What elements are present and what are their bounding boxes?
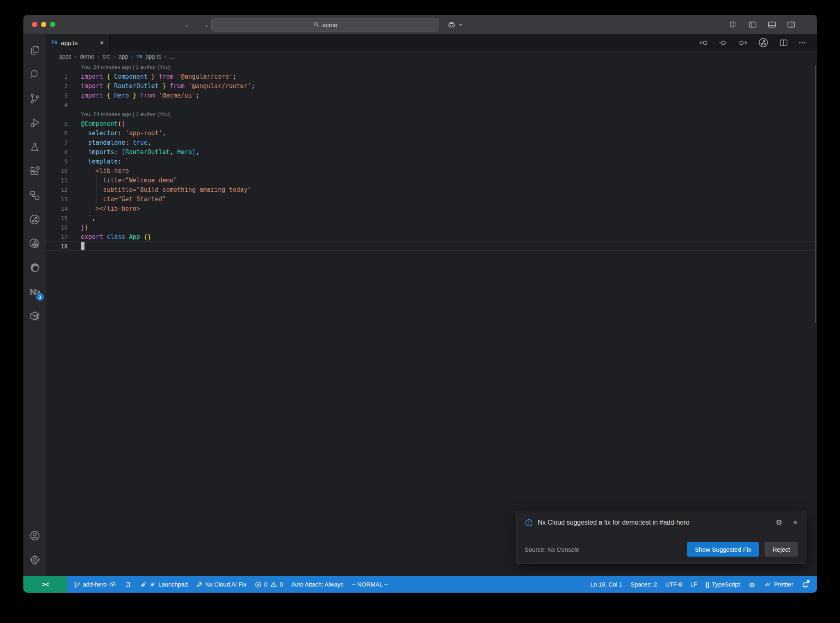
code-row[interactable]: 5@Component({	[46, 119, 817, 128]
nx-run-icon[interactable]	[758, 37, 769, 48]
customize-layout-icon[interactable]	[729, 20, 738, 29]
code-row[interactable]: 8 imports: [RouterOutlet, Hero],	[46, 147, 817, 157]
hierarchy-icon[interactable]	[25, 185, 45, 205]
blame-row[interactable]: You, 24 minutes ago | 1 author (You)	[46, 109, 817, 119]
source-control-icon[interactable]	[25, 89, 45, 108]
search-icon[interactable]	[25, 64, 45, 84]
title-bar: ← → acme	[23, 15, 817, 34]
nx-icon[interactable]: N> 3	[25, 282, 45, 302]
notifications-item[interactable]	[797, 581, 813, 588]
edge-icon[interactable]	[25, 258, 45, 277]
settings-icon[interactable]	[25, 550, 45, 570]
breadcrumb-item[interactable]: src	[103, 53, 110, 60]
remote-indicator[interactable]: ><	[23, 576, 67, 593]
encoding-item[interactable]: UTF-8	[661, 581, 686, 588]
code-row[interactable]: 1import { Component } from '@angular/cor…	[46, 72, 817, 81]
code-row[interactable]: 14 ></lib-hero>	[46, 204, 817, 213]
indent-guide	[89, 166, 89, 175]
account-icon[interactable]	[25, 526, 45, 546]
indent-guide	[82, 194, 82, 204]
cursor-position-item[interactable]: Ln 18, Col 1	[586, 581, 626, 588]
code-row[interactable]: 11 title="Welcmoe demo"	[46, 175, 817, 185]
scrollbar[interactable]	[815, 66, 816, 323]
code-row[interactable]: 6 selector: 'app-root',	[46, 128, 817, 138]
forward-button[interactable]: →	[201, 20, 209, 29]
close-tab-icon[interactable]: ✕	[100, 40, 104, 46]
vscode-window: ← → acme	[23, 15, 817, 593]
eol-item[interactable]: LF	[686, 581, 701, 588]
testing-icon[interactable]	[25, 137, 45, 157]
code-row[interactable]: 17export class App {}	[46, 232, 817, 241]
problems-item[interactable]: 0 0	[251, 581, 287, 588]
commit-icon[interactable]	[719, 38, 728, 48]
indent-guide	[96, 194, 97, 204]
explorer-icon[interactable]	[25, 40, 45, 60]
code-row[interactable]: 15 `,	[46, 213, 817, 223]
language-mode-item[interactable]: {} TypeScript	[701, 581, 744, 588]
split-editor-icon[interactable]	[779, 38, 788, 48]
container-icon[interactable]	[25, 306, 45, 326]
toggle-panel-icon[interactable]	[767, 20, 776, 29]
code-row[interactable]: 7 standalone: true,	[46, 138, 817, 147]
error-icon	[255, 581, 262, 588]
back-button[interactable]: ←	[184, 20, 192, 29]
activity-bar: N> 3	[23, 34, 46, 576]
plug-icon	[149, 581, 156, 588]
tab-app-ts[interactable]: TS app.ts ✕	[46, 34, 110, 51]
toggle-sidebar-left-icon[interactable]	[748, 20, 757, 29]
vim-mode-item[interactable]: -- NORMAL --	[347, 581, 392, 588]
nx-graph-icon[interactable]	[25, 209, 45, 229]
close-window-button[interactable]	[32, 22, 37, 27]
code-row[interactable]: 12 subtitle="Build something amazing tod…	[46, 185, 817, 194]
prettier-item[interactable]: ✓✓ Prettier	[760, 581, 797, 588]
extensions-icon[interactable]	[25, 161, 45, 181]
line-number: 10	[46, 168, 68, 174]
reject-button[interactable]: Reject	[765, 542, 798, 557]
breadcrumb-tail[interactable]: …	[169, 53, 175, 60]
copilot-menu[interactable]	[447, 20, 463, 30]
code-editor[interactable]: You, 24 minutes ago | 1 author (You)1imp…	[46, 62, 817, 576]
code-row[interactable]: 18	[46, 241, 817, 251]
code-line: import { RouterOutlet } from '@angular/r…	[81, 82, 255, 90]
code-line: cta="Get Started"	[81, 196, 166, 203]
git-compare-item[interactable]	[121, 581, 136, 588]
git-branch-item[interactable]: add-hero	[69, 581, 121, 588]
breadcrumb-item[interactable]: demo	[80, 53, 94, 60]
code-row[interactable]: 4	[46, 100, 817, 109]
code-row[interactable]: 2import { RouterOutlet } from '@angular/…	[46, 81, 817, 91]
prev-change-icon[interactable]	[699, 38, 708, 48]
command-center-search[interactable]: acme	[211, 18, 439, 32]
breadcrumb-file[interactable]: app.ts	[146, 53, 161, 60]
tab-bar: TS app.ts ✕	[46, 34, 817, 51]
maximize-window-button[interactable]	[50, 22, 55, 27]
code-row[interactable]: 16})	[46, 223, 817, 232]
run-debug-icon[interactable]	[25, 113, 45, 132]
blame-row[interactable]: You, 24 minutes ago | 1 author (You)	[46, 62, 817, 72]
indentation-item[interactable]: Spaces: 2	[626, 581, 661, 588]
code-line: import { Component } from '@angular/core…	[81, 73, 236, 80]
more-actions-icon[interactable]: ⋯	[799, 38, 806, 47]
code-row[interactable]: 3import { Hero } from '@acme/ui';	[46, 91, 817, 100]
breadcrumb-item[interactable]: apps	[59, 53, 71, 60]
next-change-icon[interactable]	[738, 38, 748, 48]
notification-toast: Nx Cloud suggested a fix for demo:test i…	[516, 511, 806, 564]
copilot-status-item[interactable]	[744, 581, 760, 589]
code-row[interactable]: 10 <lib-hero	[46, 166, 817, 175]
launchpad-item[interactable]: Launchpad	[136, 581, 192, 588]
code-row[interactable]: 13 cta="Get Started"	[46, 194, 817, 204]
auto-attach-item[interactable]: Auto Attach: Always	[287, 581, 347, 588]
minimize-window-button[interactable]	[41, 22, 46, 27]
nx-graph-search-icon[interactable]	[25, 234, 45, 253]
warning-icon	[270, 581, 277, 588]
notification-title: Nx Cloud suggested a fix for demo:test i…	[538, 519, 771, 526]
code-row[interactable]: 9 template: `	[46, 157, 817, 166]
notification-settings-icon[interactable]: ⚙	[776, 518, 782, 527]
show-suggested-fix-button[interactable]: Show Suggested Fix	[687, 542, 759, 557]
nx-cloud-fix-item[interactable]: Nx Cloud AI Fix	[192, 581, 251, 588]
tab-label: app.ts	[61, 39, 78, 46]
toggle-sidebar-right-icon[interactable]	[787, 20, 796, 29]
line-number: 7	[46, 139, 68, 146]
notification-close-icon[interactable]: ✕	[792, 519, 798, 526]
code-line: })	[81, 224, 88, 231]
breadcrumb-item[interactable]: app	[119, 53, 128, 60]
